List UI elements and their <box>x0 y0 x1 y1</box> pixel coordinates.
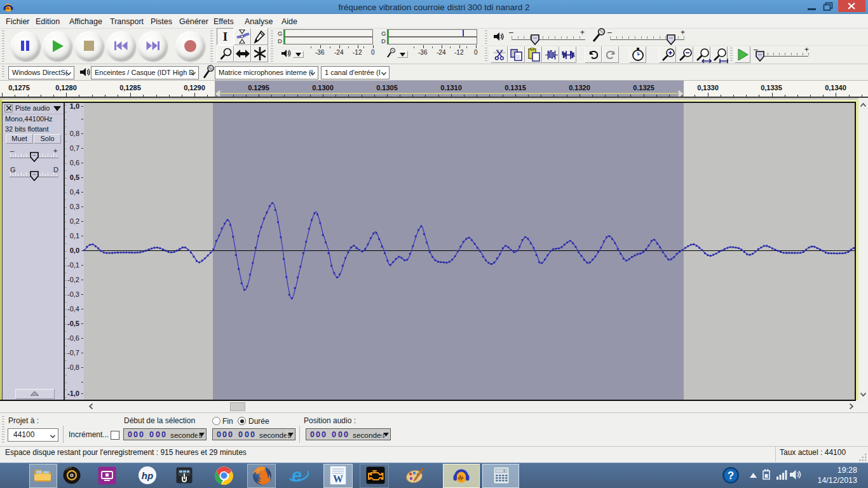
svg-text:?: ? <box>728 470 734 482</box>
svg-text:hp: hp <box>142 470 153 481</box>
svg-text:e: e <box>292 466 302 485</box>
svg-text:0: 0 <box>503 469 505 473</box>
svg-text:W: W <box>333 473 343 484</box>
